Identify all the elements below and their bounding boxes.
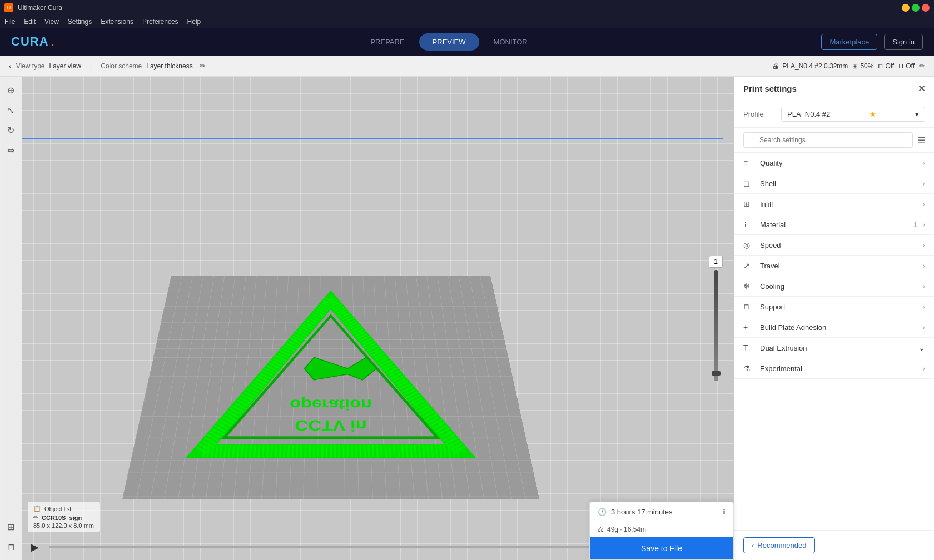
save-to-file-button[interactable]: Save to File [590,537,733,559]
tool-per-model[interactable]: ⊞ [2,518,20,536]
minimize-button[interactable] [902,4,910,12]
menu-preferences[interactable]: Preferences [142,18,178,26]
summary-info-icon[interactable]: ℹ [723,508,726,516]
close-button[interactable] [922,4,930,12]
play-button[interactable]: ▶ [28,540,42,554]
support2-icon: ⊔ [898,62,903,70]
search-input[interactable] [743,132,913,148]
layer-indicator: 1 [709,256,723,381]
speed-chevron-icon: › [922,241,925,249]
quality-chevron-icon: › [922,158,925,167]
build-volume-outline [22,138,723,139]
vertical-slider-handle[interactable] [712,371,721,376]
dual-extrusion-label: Dual Extrusion [760,344,913,352]
menu-edit[interactable]: Edit [24,18,36,26]
settings-item-support[interactable]: ⊓ Support › [734,297,934,317]
maximize-button[interactable] [912,4,920,12]
tool-scale[interactable]: ⤡ [2,101,20,119]
settings-item-dual-extrusion[interactable]: T Dual Extrusion ⌄ [734,338,934,358]
profile-value: PLA_N0.4 #2 [787,110,830,118]
svg-marker-2 [304,357,377,380]
settings-item-infill[interactable]: ⊞ Infill › [734,194,934,214]
settings-item-speed[interactable]: ◎ Speed › [734,235,934,256]
cooling-icon: ❄ [743,282,754,291]
settings-item-shell[interactable]: ◻ Shell › [734,173,934,194]
build-plate-label: Build Plate Adhesion [760,323,917,332]
panel-close-button[interactable]: ✕ [918,83,925,94]
object-name-icon: ✏ [33,514,38,521]
profile-star-icon: ★ [870,110,876,118]
vertical-layer-slider[interactable] [714,270,718,381]
menubar: File Edit View Settings Extensions Prefe… [0,16,934,28]
menu-help[interactable]: Help [187,18,201,26]
quality-label: Quality [760,159,917,167]
printer-icon: 🖨 [772,62,779,70]
menu-view[interactable]: View [44,18,59,26]
top-navigation: CURA . PREPARE PREVIEW MONITOR Marketpla… [0,28,934,56]
recommended-label: Recommended [757,541,806,549]
object-info-panel: 📋 Object list ✏ CCR10S_sign 85.0 x 122.0… [28,502,100,532]
settings-item-material[interactable]: ⫶ Material ℹ › [734,214,934,235]
menu-extensions[interactable]: Extensions [101,18,133,26]
print-time: 3 hours 17 minutes [611,508,673,516]
print-settings-panel: Print settings ✕ Profile PLA_N0.4 #2 ★ ▾… [734,77,934,560]
tab-prepare[interactable]: PREPARE [357,33,418,51]
object-name: CCR10S_sign [42,514,82,521]
material-info-icon[interactable]: ℹ [914,221,917,228]
3d-viewport[interactable]: CCTV in operation ⊕ ⤡ ↻ ⇔ ⊞ ⊓ 📋 Object l… [0,77,734,560]
print-summary-panel: 🕐 3 hours 17 minutes ℹ ⚖ 49g · 16.54m Sa… [589,502,734,560]
window-controls[interactable] [902,4,930,12]
object-dimensions: 85.0 x 122.0 x 8.0 mm [33,522,94,529]
tool-move[interactable]: ⊕ [2,81,20,99]
settings-item-cooling[interactable]: ❄ Cooling › [734,276,934,297]
view-type-value: Layer view [49,62,81,70]
infill-label: Infill [760,200,917,208]
infill-chevron-icon: › [922,199,925,208]
experimental-label: Experimental [760,364,917,373]
tool-mirror[interactable]: ⇔ [2,141,20,159]
coverage-value: 50% [860,62,873,70]
svg-text:operation: operation [289,397,372,413]
marketplace-button[interactable]: Marketplace [821,34,877,50]
menu-settings[interactable]: Settings [68,18,92,26]
recommended-button[interactable]: ‹ Recommended [743,537,815,553]
menu-file[interactable]: File [4,18,15,26]
clock-icon: 🕐 [598,508,607,516]
tool-rotate[interactable]: ↻ [2,121,20,139]
nav-tabs: PREPARE PREVIEW MONITOR [77,33,822,51]
tab-monitor[interactable]: MONITOR [480,33,541,51]
profile-select[interactable]: PLA_N0.4 #2 ★ ▾ [781,107,925,122]
view-type-label: View type [16,62,45,70]
signin-button[interactable]: Sign in [884,34,923,50]
collapse-view-button[interactable]: ‹ [9,62,12,71]
travel-chevron-icon: › [922,261,925,270]
logo-dot: . [51,34,54,49]
color-scheme-value: Layer thickness [146,62,192,70]
object-list-label: Object list [44,506,71,512]
edit-color-scheme-button[interactable]: ✏ [200,62,206,70]
model-container: CCTV in operation [182,291,480,474]
printer-info: 🖨 PLA_N0.4 #2 0.32mm [772,62,848,70]
tab-preview[interactable]: PREVIEW [419,33,479,51]
window-title: Ultimaker Cura [18,4,897,12]
settings-item-experimental[interactable]: ⚗ Experimental › [734,358,934,379]
edit-printer-button[interactable]: ✏ [919,62,925,70]
speed-label: Speed [760,241,917,249]
settings-menu-button[interactable]: ☰ [917,135,925,146]
shell-chevron-icon: › [922,179,925,188]
quality-icon: ≡ [743,158,754,167]
logo-text: CURA [11,34,49,49]
support1-value: Off [885,62,894,70]
model-svg: CCTV in operation [182,291,480,474]
settings-item-build-plate[interactable]: + Build Plate Adhesion › [734,317,934,338]
settings-item-travel[interactable]: ↗ Travel › [734,256,934,276]
experimental-icon: ⚗ [743,364,754,373]
support-chevron-icon: › [922,302,925,311]
weight-icon: ⚖ [598,526,604,533]
titlebar: U Ultimaker Cura [0,0,934,16]
settings-item-quality[interactable]: ≡ Quality › [734,153,934,173]
print-bed: CCTV in operation [122,276,539,499]
weight-row: ⚖ 49g · 16.54m [590,522,733,537]
tool-support[interactable]: ⊓ [2,538,20,556]
dual-extrusion-chevron-icon: ⌄ [918,343,925,352]
